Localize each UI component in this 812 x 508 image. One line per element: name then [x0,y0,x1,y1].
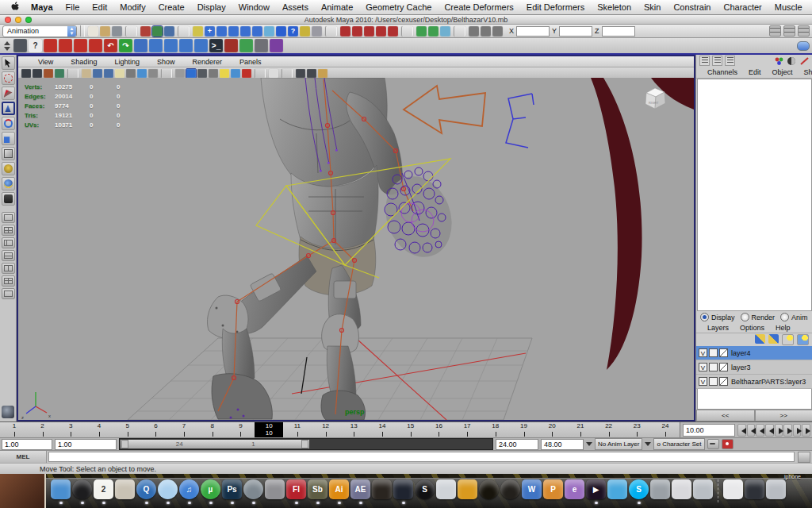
screen-icon[interactable] [137,69,147,78]
xray-icon[interactable] [296,69,305,78]
player-app-icon[interactable]: ▶ [586,479,606,499]
layer-mode-radio[interactable]: Display [700,313,735,321]
new-layer-from-selected-icon[interactable] [797,334,809,345]
quicktime-icon[interactable]: Q [136,479,156,499]
channel-notes-icon[interactable] [699,56,710,66]
mac-menu-item[interactable]: Edit [86,2,113,12]
layer-row[interactable]: VBelthazarPARTS:layer3 [696,375,812,389]
snap-curve-icon[interactable] [352,26,362,37]
snowflake-icon[interactable] [264,26,274,37]
panel-menu-item[interactable]: Renderer [183,58,231,66]
isolate-select-icon[interactable] [269,69,278,78]
channel-menu-item[interactable]: Show [799,68,812,76]
channel-speed-icon[interactable] [712,56,722,66]
lasso-tool-icon[interactable] [2,71,15,85]
layout-two-pane-side-button[interactable] [2,237,15,248]
step-back-key-button[interactable] [756,424,764,437]
iphoto-icon[interactable] [115,479,135,499]
mac-menu-item[interactable]: Character [717,2,768,12]
range-start-handle[interactable] [121,440,128,448]
mac-menu-item[interactable]: File [59,2,86,12]
layer-page-forward-button[interactable]: >> [755,410,812,421]
y-coordinate-input[interactable] [559,26,592,37]
question-icon[interactable]: ? [288,26,298,37]
dolly-camera-icon[interactable] [74,39,87,52]
frame-cell[interactable]: 22 [29,422,57,437]
new-scene-icon[interactable] [88,26,98,37]
ical-icon[interactable]: 2 [94,479,113,499]
grid-lock-icon[interactable] [312,26,322,37]
plugin-tool-icon[interactable] [2,406,14,418]
checker-icon[interactable] [126,69,136,78]
channel-manip-icon[interactable] [787,56,797,66]
layout-two-pane-stacked-button[interactable] [2,250,15,261]
plus-icon[interactable]: + [205,26,215,37]
x-coordinate-input[interactable] [516,26,550,37]
wireframe-icon[interactable] [82,69,91,78]
zoom-window-button[interactable] [25,17,32,23]
redo-icon[interactable]: ↷ [119,39,132,52]
step-forward-frame-button[interactable] [793,424,802,437]
frame-cell[interactable]: 77 [170,422,198,437]
gold-ring-app-icon[interactable] [479,479,499,499]
close-window-button[interactable] [5,17,11,23]
stack-documents-icon[interactable] [723,479,743,499]
mac-menu-item[interactable]: Modify [113,2,151,12]
use-lighting-icon[interactable] [115,69,124,78]
frame-cell[interactable]: 1212 [312,422,340,437]
go-to-start-button[interactable] [737,424,746,437]
frame-cell[interactable]: 2121 [566,422,595,437]
panel-tool-icon[interactable] [161,69,172,78]
panel-tool-icon[interactable] [282,69,293,78]
render-settings-icon[interactable] [492,26,503,37]
mac-menu-item[interactable]: Maya [25,2,59,12]
system-preferences-icon[interactable] [265,479,285,499]
skeleton-view-icon[interactable] [318,69,327,78]
panel-tool-icon[interactable] [255,69,266,78]
track-camera-icon[interactable] [59,39,72,52]
film-gate-icon[interactable] [148,69,158,78]
layer-row[interactable]: Vlayer3 [696,360,812,375]
snap-plane-icon[interactable] [376,26,386,37]
trash-icon[interactable] [766,479,786,499]
hourglass-icon[interactable] [193,26,203,37]
paint-select-tool-icon[interactable] [2,87,15,100]
cube-wire-icon[interactable] [175,69,185,78]
step-forward-key-button[interactable] [783,424,792,437]
soundbooth-icon[interactable]: Sb [308,479,327,499]
range-slider-bar[interactable]: 1 24 [121,440,309,448]
mac-menu-item[interactable]: Edit Deformers [520,2,591,12]
mac-menu-item[interactable]: Window [232,2,276,12]
illustrator-icon[interactable]: Ai [329,479,349,499]
lock-icon[interactable] [300,26,310,37]
window-title-bar[interactable]: Autodesk Maya 2010: /Users/cexuser/Deskt… [0,15,812,25]
channel-menu-item[interactable]: Object [767,68,799,76]
ik-handle-icon[interactable] [149,39,163,52]
mac-menu-item[interactable]: Muscle [768,2,809,12]
channel-menu-item[interactable]: Edit [743,68,767,76]
status-icon[interactable] [178,26,190,37]
select-hierarchy-icon[interactable] [140,26,151,37]
mac-menu-item[interactable]: Skeleton [591,2,638,12]
go-to-end-button[interactable] [802,424,810,437]
channel-box-list[interactable] [697,79,812,312]
curve-icon[interactable] [228,26,239,37]
time-machine-icon[interactable] [243,479,263,499]
photoshop-icon[interactable]: Ps [222,479,242,499]
mac-menu-item[interactable]: Geometry Cache [359,2,438,12]
menu-set-selector[interactable]: Animation ▲▼ [2,25,77,37]
frame-cell[interactable]: 1313 [339,422,368,437]
range-slider-track[interactable]: 1 24 [119,438,493,450]
minimize-window-button[interactable] [15,17,21,23]
play-backwards-button[interactable] [765,424,774,437]
toggle-attribute-editor-button[interactable] [769,25,781,37]
scale-tool-icon[interactable] [2,132,15,145]
render-camera-icon[interactable] [44,39,57,52]
move-layer-down-icon[interactable] [768,334,779,344]
panel-menu-item[interactable]: View [29,58,62,66]
open-scene-icon[interactable] [100,26,110,37]
wavepad-icon[interactable] [458,479,477,499]
mac-menu-item[interactable]: Create [152,2,191,12]
layer-list-empty-area[interactable] [697,389,812,410]
soft-modification-tool-icon[interactable] [2,162,15,175]
